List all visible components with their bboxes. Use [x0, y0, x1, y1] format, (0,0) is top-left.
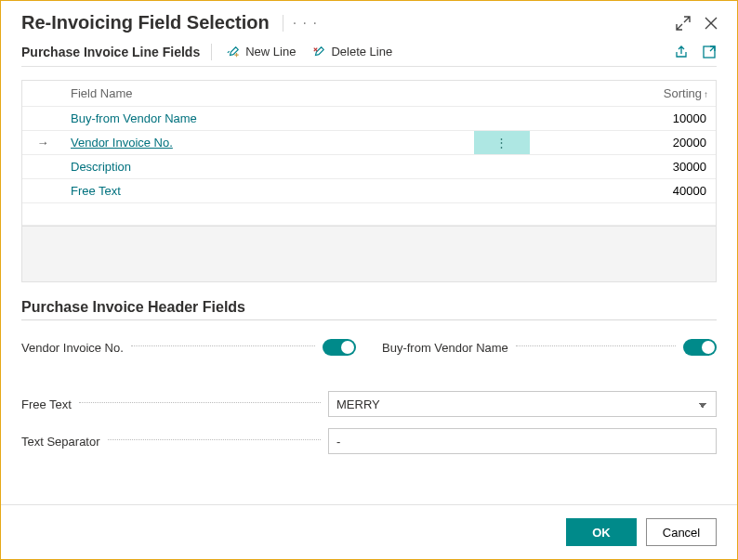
toggles-row: Vendor Invoice No. Buy-from Vendor Name [1, 335, 737, 359]
new-line-button[interactable]: New Line [223, 43, 299, 60]
row-indicator [22, 179, 63, 203]
table-row-empty [22, 203, 716, 226]
grid-empty-area [21, 227, 717, 282]
field-name-link[interactable]: Free Text [71, 184, 121, 198]
toolbar-separator [211, 44, 212, 60]
share-icon[interactable] [674, 45, 689, 59]
delete-line-icon [312, 46, 325, 59]
row-indicator [22, 107, 63, 131]
header-section-title: Purchase Invoice Header Fields [1, 282, 737, 319]
sorting-value: 30000 [530, 155, 716, 179]
vendor-invoice-no-toggle[interactable] [323, 339, 356, 356]
sorting-value: 20000 [530, 131, 716, 155]
toolbar: Purchase Invoice Line Fields New Line De… [1, 43, 737, 66]
new-line-label: New Line [245, 45, 296, 59]
grid-header-row: Field Name Sorting↑ [22, 81, 716, 107]
ok-button[interactable]: OK [566, 518, 637, 546]
field-name-link[interactable]: Description [71, 160, 131, 174]
dotted-leader [79, 402, 321, 403]
row-indicator [22, 155, 63, 179]
dialog-title: Re-Invoicing Field Selection [21, 12, 270, 33]
free-text-row: Free Text MERRY [1, 385, 737, 423]
expand-icon[interactable] [676, 16, 691, 31]
close-icon[interactable] [704, 16, 718, 31]
sorting-value: 40000 [530, 179, 716, 203]
table-row[interactable]: →Vendor Invoice No.⋮20000 [22, 131, 716, 155]
sorting-value: 10000 [530, 107, 716, 131]
table-row[interactable]: Free Text40000 [22, 179, 716, 203]
cancel-button[interactable]: Cancel [646, 518, 717, 546]
free-text-label: Free Text [21, 397, 72, 411]
delete-line-button[interactable]: Delete Line [309, 43, 396, 60]
buy-from-vendor-name-toggle[interactable] [683, 339, 717, 356]
dialog-window: Re-Invoicing Field Selection · · · Purch… [0, 0, 738, 560]
toolbar-section-label: Purchase Invoice Line Fields [21, 45, 200, 59]
buy-from-vendor-name-label: Buy-from Vendor Name [382, 341, 508, 355]
fields-grid: Field Name Sorting↑ Buy-from Vendor Name… [21, 80, 717, 227]
sort-asc-icon: ↑ [704, 89, 708, 99]
field-name-link[interactable]: Buy-from Vendor Name [71, 111, 197, 125]
dotted-leader [131, 345, 315, 346]
table-row[interactable]: Description30000 [22, 155, 716, 179]
popout-icon[interactable] [702, 45, 717, 59]
table-row[interactable]: Buy-from Vendor Name10000 [22, 107, 716, 131]
dialog-footer: OK Cancel [1, 504, 737, 559]
text-separator-input[interactable] [328, 428, 717, 454]
more-icon[interactable]: · · · [293, 15, 318, 32]
row-indicator: → [22, 131, 63, 155]
new-line-icon [227, 46, 240, 59]
title-separator [283, 15, 283, 32]
dotted-leader [516, 345, 676, 346]
text-separator-row: Text Separator [1, 423, 737, 460]
col-sorting[interactable]: Sorting↑ [530, 81, 716, 107]
dotted-leader [108, 439, 321, 440]
free-text-select[interactable]: MERRY [328, 391, 717, 417]
vendor-invoice-no-label: Vendor Invoice No. [21, 341, 124, 355]
field-name-link[interactable]: Vendor Invoice No. [71, 136, 173, 150]
titlebar: Re-Invoicing Field Selection · · · [1, 1, 737, 43]
delete-line-label: Delete Line [331, 45, 392, 59]
toolbar-rule [21, 66, 717, 67]
text-separator-label: Text Separator [21, 435, 100, 449]
section-rule [21, 319, 717, 320]
col-field-name[interactable]: Field Name [63, 81, 474, 107]
row-actions-icon[interactable]: ⋮ [495, 138, 509, 148]
